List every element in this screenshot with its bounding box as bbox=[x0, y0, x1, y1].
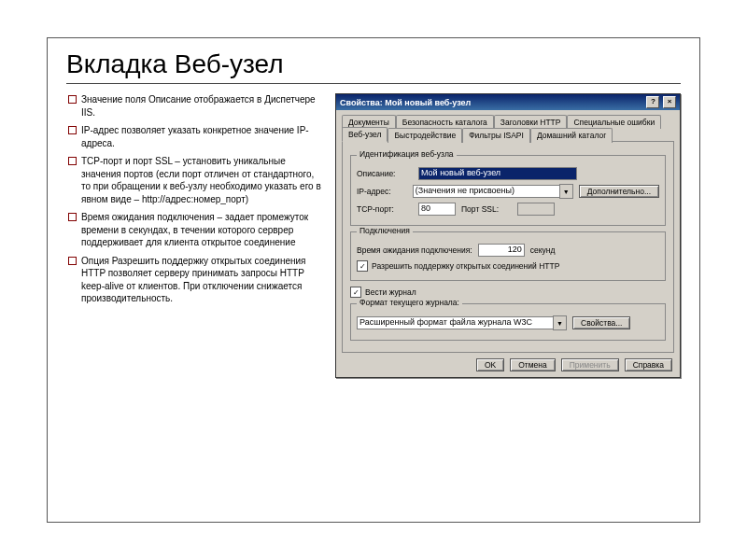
apply-button[interactable]: Применить bbox=[561, 358, 619, 371]
checkbox-icon: ✓ bbox=[350, 287, 361, 298]
log-format-value: Расширенный формат файла журнала W3C bbox=[357, 316, 553, 329]
bullet-item: Значение поля Описание отображается в Ди… bbox=[66, 93, 322, 119]
bullet-item: Опция Разрешить поддержку открытых соеди… bbox=[66, 255, 322, 305]
tab-home-directory[interactable]: Домашний каталог bbox=[530, 128, 613, 143]
tcp-label: TCP-порт: bbox=[357, 204, 413, 214]
cancel-button[interactable]: Отмена bbox=[510, 358, 556, 371]
dialog-body: Документы Безопасность каталога Заголовк… bbox=[336, 110, 680, 377]
chevron-down-icon[interactable]: ▼ bbox=[553, 315, 567, 330]
properties-dialog: Свойства: Мой новый веб-узел ? × Докумен… bbox=[335, 93, 681, 378]
dialog-footer: OK Отмена Применить Справка bbox=[342, 358, 674, 371]
keepalive-checkbox[interactable]: ✓ Разрешить поддержку открытых соединени… bbox=[357, 260, 659, 272]
keepalive-label: Разрешить поддержку открытых соединений … bbox=[372, 261, 559, 271]
dialog-titlebar[interactable]: Свойства: Мой новый веб-узел ? × bbox=[336, 94, 680, 110]
tabs-row-front: Веб-узел Быстродействие Фильтры ISAPI До… bbox=[342, 127, 674, 142]
tabs-row-back: Документы Безопасность каталога Заголовк… bbox=[342, 114, 674, 128]
tab-isapi-filters[interactable]: Фильтры ISAPI bbox=[462, 128, 530, 143]
tab-panel: Идентификация веб-узла Описание: Мой нов… bbox=[342, 141, 674, 353]
chevron-down-icon[interactable]: ▼ bbox=[559, 184, 573, 199]
tab-website[interactable]: Веб-узел bbox=[342, 127, 388, 142]
timeout-input[interactable]: 120 bbox=[478, 244, 525, 257]
checkbox-icon: ✓ bbox=[357, 260, 368, 272]
dialog-title: Свойства: Мой новый веб-узел bbox=[340, 98, 471, 107]
group-connections: Подключения Время ожидания подключения: … bbox=[350, 231, 666, 281]
ok-button[interactable]: OK bbox=[476, 358, 504, 371]
timeout-label: Время ожидания подключения: bbox=[357, 245, 472, 255]
content-row: Значение поля Описание отображается в Ди… bbox=[66, 93, 681, 378]
enable-log-checkbox[interactable]: ✓ Вести журнал bbox=[350, 287, 666, 298]
bullet-list: Значение поля Описание отображается в Ди… bbox=[66, 93, 322, 378]
group-ident-legend: Идентификация веб-узла bbox=[357, 149, 457, 159]
log-format-combo[interactable]: Расширенный формат файла журнала W3C ▼ bbox=[357, 315, 567, 330]
group-identification: Идентификация веб-узла Описание: Мой нов… bbox=[350, 155, 666, 226]
ip-address-combo[interactable]: (Значения не присвоены) ▼ bbox=[413, 184, 573, 199]
tab-performance[interactable]: Быстродействие bbox=[388, 128, 462, 143]
ip-value: (Значения не присвоены) bbox=[413, 185, 559, 198]
log-format-legend: Формат текущего журнала: bbox=[357, 298, 462, 307]
group-conn-legend: Подключения bbox=[357, 226, 413, 235]
timeout-unit: секунд bbox=[530, 245, 556, 255]
description-input[interactable]: Мой новый веб-узел bbox=[418, 167, 577, 180]
close-icon[interactable]: × bbox=[663, 96, 676, 108]
ssl-label: Порт SSL: bbox=[461, 204, 512, 214]
slide-title: Вкладка Веб-узел bbox=[66, 49, 681, 84]
advanced-button[interactable]: Дополнительно... bbox=[579, 185, 659, 198]
bullet-item: IP-адрес позволяет указать конкретное зн… bbox=[66, 124, 322, 149]
group-log-format: Формат текущего журнала: Расширенный фор… bbox=[350, 303, 666, 341]
ssl-port-input[interactable] bbox=[517, 203, 555, 216]
help-button[interactable]: Справка bbox=[625, 358, 672, 371]
ip-label: IP-адрес: bbox=[357, 187, 407, 196]
help-icon[interactable]: ? bbox=[646, 96, 659, 108]
log-properties-button[interactable]: Свойства... bbox=[572, 316, 630, 329]
slide-frame: Вкладка Веб-узел Значение поля Описание … bbox=[47, 37, 700, 523]
bullet-item: TCP-порт и порт SSL – установить уникаль… bbox=[66, 155, 322, 205]
tcp-port-input[interactable]: 80 bbox=[418, 203, 456, 216]
desc-label: Описание: bbox=[357, 169, 413, 178]
bullet-item: Время ожидания подключения – задает пром… bbox=[66, 211, 322, 249]
enable-log-label: Вести журнал bbox=[365, 287, 416, 297]
